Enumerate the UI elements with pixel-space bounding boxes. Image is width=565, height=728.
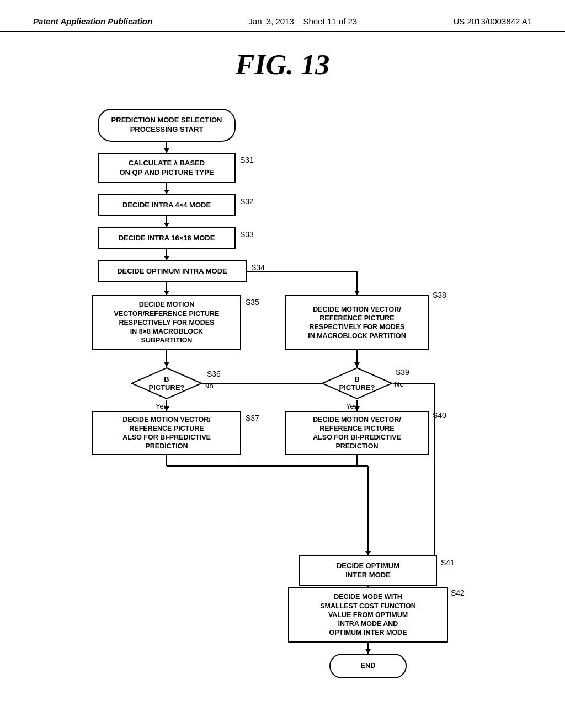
svg-marker-3	[164, 190, 169, 194]
s39-yes-label: Yes	[346, 402, 358, 410]
s40-text: DECIDE MOTION VECTOR/REFERENCE PICTUREAL…	[313, 415, 401, 451]
s36-diamond: B PICTURE?	[131, 367, 202, 400]
svg-marker-5	[164, 223, 169, 227]
s35-text: DECIDE MOTIONVECTOR/REFERENCE PICTURERES…	[114, 300, 220, 345]
s33-box: DECIDE INTRA 16×16 MODE	[98, 227, 236, 249]
s42-label: S42	[451, 588, 465, 597]
s36-no-label: No	[204, 382, 214, 390]
end-label: END	[360, 661, 375, 671]
s38-box: DECIDE MOTION VECTOR/REFERENCE PICTURERE…	[285, 295, 429, 350]
s31-label: S31	[240, 156, 254, 164]
s35-box: DECIDE MOTIONVECTOR/REFERENCE PICTURERES…	[92, 295, 241, 350]
header-publication: Patent Application Publication	[33, 17, 152, 26]
header-sheet: Sheet 11 of 23	[303, 17, 358, 26]
s39-diamond: B PICTURE?	[321, 367, 393, 400]
svg-marker-36	[365, 649, 371, 654]
s37-label: S37	[246, 414, 259, 422]
s36-text: B PICTURE?	[149, 375, 185, 392]
s37-box: DECIDE MOTION VECTOR/REFERENCE PICTUREAL…	[92, 411, 241, 455]
s36-yes-label: Yes	[156, 402, 167, 410]
svg-marker-22	[354, 291, 360, 295]
s41-box: DECIDE OPTIMUMINTER MODE	[299, 555, 437, 586]
svg-marker-24	[354, 362, 360, 367]
s34-label: S34	[251, 263, 265, 272]
figure-title: FIG. 13	[0, 49, 565, 81]
s32-box: DECIDE INTRA 4×4 MODE	[98, 194, 236, 216]
svg-marker-1	[164, 148, 169, 153]
header: Patent Application Publication Jan. 3, 2…	[0, 0, 565, 32]
start-label: PREDICTION MODE SELECTIONPROCESSING STAR…	[111, 116, 222, 135]
s33-text: DECIDE INTRA 16×16 MODE	[119, 234, 215, 243]
svg-marker-11	[164, 362, 169, 367]
s38-label: S38	[433, 291, 446, 299]
s39-text: B PICTURE?	[339, 375, 375, 392]
s31-text: CALCULATE λ BASEDON QP AND PICTURE TYPE	[119, 159, 214, 178]
s34-text: DECIDE OPTIMUM INTRA MODE	[117, 267, 227, 276]
header-date: Jan. 3, 2013	[248, 17, 294, 26]
header-date-sheet: Jan. 3, 2013 Sheet 11 of 23	[248, 17, 357, 26]
s37-text: DECIDE MOTION VECTOR/REFERENCE PICTUREAL…	[122, 415, 211, 451]
s41-label: S41	[441, 558, 455, 567]
s33-label: S33	[240, 230, 254, 239]
s32-label: S32	[240, 197, 254, 206]
s42-box: DECIDE MODE WITHSMALLEST COST FUNCTIONVA…	[288, 587, 448, 643]
page: Patent Application Publication Jan. 3, 2…	[0, 0, 565, 728]
s39-label: S39	[396, 368, 409, 377]
start-box: PREDICTION MODE SELECTIONPROCESSING STAR…	[98, 109, 236, 142]
s31-box: CALCULATE λ BASEDON QP AND PICTURE TYPE	[98, 153, 236, 183]
end-box: END	[329, 654, 407, 678]
s36-label: S36	[207, 370, 221, 378]
s35-label: S35	[246, 298, 259, 307]
s32-text: DECIDE INTRA 4×4 MODE	[122, 201, 211, 210]
flowchart: PREDICTION MODE SELECTIONPROCESSING STAR…	[48, 92, 517, 715]
svg-marker-9	[164, 291, 169, 295]
s40-box: DECIDE MOTION VECTOR/REFERENCE PICTUREAL…	[285, 411, 429, 455]
s40-label: S40	[433, 411, 446, 420]
s34-box: DECIDE OPTIMUM INTRA MODE	[98, 260, 247, 282]
s39-no-label: No	[395, 380, 404, 388]
s41-text: DECIDE OPTIMUMINTER MODE	[337, 561, 399, 580]
s38-text: DECIDE MOTION VECTOR/REFERENCE PICTURERE…	[308, 305, 406, 341]
svg-marker-7	[164, 256, 169, 260]
s42-text: DECIDE MODE WITHSMALLEST COST FUNCTIONVA…	[320, 592, 416, 637]
header-patent-number: US 2013/0003842 A1	[453, 17, 532, 26]
svg-marker-17	[365, 551, 371, 555]
